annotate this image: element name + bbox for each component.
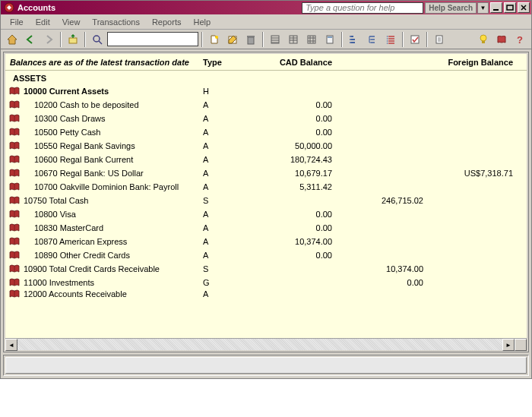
- account-name: 11000 Investments: [24, 278, 203, 287]
- ledger-icon: [5, 155, 24, 164]
- cad-balance: 0.00: [256, 100, 347, 109]
- account-row[interactable]: 12000 Accounts ReceivableA: [5, 289, 527, 299]
- tree1-button[interactable]: [346, 31, 363, 48]
- account-row[interactable]: 10800 VisaA0.00: [5, 207, 527, 221]
- list-button[interactable]: [382, 31, 399, 48]
- svg-rect-8: [247, 36, 255, 37]
- account-name: 10500 Petty Cash: [24, 128, 203, 137]
- ledger-icon: [5, 141, 24, 150]
- parent-button[interactable]: [65, 31, 81, 48]
- minimize-button[interactable]: [490, 2, 502, 13]
- ledger-icon: [5, 289, 24, 299]
- account-type: A: [203, 128, 256, 137]
- scroll-left-button[interactable]: ◄: [5, 339, 17, 351]
- menubar: File Edit View Transactions Reports Help: [1, 14, 531, 30]
- help-search-button[interactable]: Help Search: [425, 2, 477, 14]
- account-name: 10200 Cash to be deposited: [24, 100, 203, 109]
- find-button[interactable]: [89, 31, 106, 48]
- back-button[interactable]: [22, 31, 39, 48]
- account-type: S: [203, 196, 256, 205]
- cad-balance: 180,724.43: [256, 155, 347, 164]
- horizontal-scrollbar[interactable]: ◄ ►: [5, 338, 527, 350]
- toolbar-search-input[interactable]: [107, 32, 198, 46]
- statusbar-panel: [5, 357, 527, 374]
- account-type: G: [203, 278, 256, 287]
- calc-button[interactable]: [321, 31, 338, 48]
- statusbar: [3, 355, 529, 376]
- help-button[interactable]: ?: [511, 31, 528, 48]
- delete-button[interactable]: [242, 31, 259, 48]
- toolbar: ?: [1, 30, 531, 49]
- header-foreign-balance[interactable]: Foreign Balance: [431, 58, 527, 67]
- report-button[interactable]: [431, 31, 448, 48]
- help-dropdown-button[interactable]: ▼: [477, 2, 489, 14]
- account-type: A: [203, 141, 256, 150]
- account-row[interactable]: 10700 Oakville Dominion Bank: PayrollA5,…: [5, 180, 527, 194]
- account-row[interactable]: 10900 Total Credit Cards ReceivableS10,3…: [5, 262, 527, 276]
- account-row[interactable]: 10500 Petty CashA0.00: [5, 125, 527, 139]
- grid1-button[interactable]: [267, 31, 283, 48]
- window-title: Accounts: [17, 3, 55, 12]
- subtotal: 0.00: [347, 278, 431, 287]
- grid3-button[interactable]: [303, 31, 320, 48]
- svg-rect-1: [493, 9, 499, 11]
- header-cad-balance[interactable]: CAD Balance: [256, 58, 347, 67]
- ledger-icon: [5, 114, 24, 123]
- account-type: A: [203, 114, 256, 123]
- account-row[interactable]: 10890 Other Credit CardsA0.00: [5, 248, 527, 262]
- separator: [201, 32, 203, 47]
- account-row[interactable]: 10000 Current AssetsH: [5, 84, 527, 98]
- book-help-button[interactable]: [493, 31, 510, 48]
- account-row[interactable]: 10200 Cash to be depositedA0.00: [5, 98, 527, 112]
- new-button[interactable]: [206, 31, 223, 48]
- grid2-button[interactable]: [285, 31, 302, 48]
- menu-edit[interactable]: Edit: [30, 16, 56, 28]
- menu-transactions[interactable]: Transactions: [86, 16, 146, 28]
- tree2-button[interactable]: [364, 31, 381, 48]
- maximize-button[interactable]: [504, 2, 516, 13]
- cad-balance: 0.00: [256, 210, 347, 219]
- ledger-icon: [5, 182, 24, 191]
- scroll-track[interactable]: [17, 339, 502, 350]
- titlebar: Accounts Help Search ▼: [1, 1, 531, 14]
- separator: [426, 32, 428, 47]
- forward-button[interactable]: [40, 31, 57, 48]
- account-row[interactable]: 10670 Regal Bank: US DollarA10,679.17US$…: [5, 166, 527, 180]
- app-icon: [4, 2, 14, 13]
- tip-button[interactable]: [475, 31, 492, 48]
- account-row[interactable]: 10750 Total CashS246,715.02: [5, 194, 527, 207]
- account-name: 10870 American Express: [24, 237, 203, 246]
- account-row[interactable]: 11000 InvestmentsG0.00: [5, 276, 527, 289]
- ledger-icon: [5, 264, 24, 273]
- account-row[interactable]: 10300 Cash DrawsA0.00: [5, 112, 527, 125]
- menu-file[interactable]: File: [4, 16, 30, 28]
- home-button[interactable]: [4, 31, 21, 48]
- cad-balance: 0.00: [256, 251, 347, 260]
- account-row[interactable]: 10600 Regal Bank CurrentA180,724.43: [5, 153, 527, 166]
- account-type: A: [203, 169, 256, 178]
- separator: [60, 32, 62, 47]
- menu-help[interactable]: Help: [187, 16, 217, 28]
- ledger-icon: [5, 196, 24, 205]
- grid-container: Balances are as of the latest transactio…: [3, 52, 529, 352]
- grid-body[interactable]: ASSETS 10000 Current AssetsH10200 Cash t…: [5, 71, 527, 338]
- cad-balance: 10,679.17: [256, 169, 347, 178]
- header-type[interactable]: Type: [203, 58, 256, 67]
- close-button[interactable]: [518, 2, 530, 13]
- svg-point-14: [350, 36, 351, 37]
- svg-rect-13: [328, 36, 332, 38]
- scroll-right-button[interactable]: ►: [502, 339, 515, 351]
- edit-button[interactable]: [224, 31, 241, 48]
- svg-rect-7: [248, 37, 254, 44]
- check-button[interactable]: [407, 31, 423, 48]
- header-status-text: Balances are as of the latest transactio…: [5, 58, 203, 67]
- account-type: S: [203, 264, 256, 273]
- menu-view[interactable]: View: [56, 16, 87, 28]
- account-row[interactable]: 10550 Regal Bank SavingsA50,000.00: [5, 139, 527, 153]
- account-row[interactable]: 10870 American ExpressA10,374.00: [5, 235, 527, 248]
- help-question-input[interactable]: [302, 2, 423, 14]
- menu-reports[interactable]: Reports: [146, 16, 188, 28]
- account-row[interactable]: 10830 MasterCardA0.00: [5, 221, 527, 235]
- cad-balance: 50,000.00: [256, 141, 347, 150]
- scroll-corner: [515, 339, 527, 351]
